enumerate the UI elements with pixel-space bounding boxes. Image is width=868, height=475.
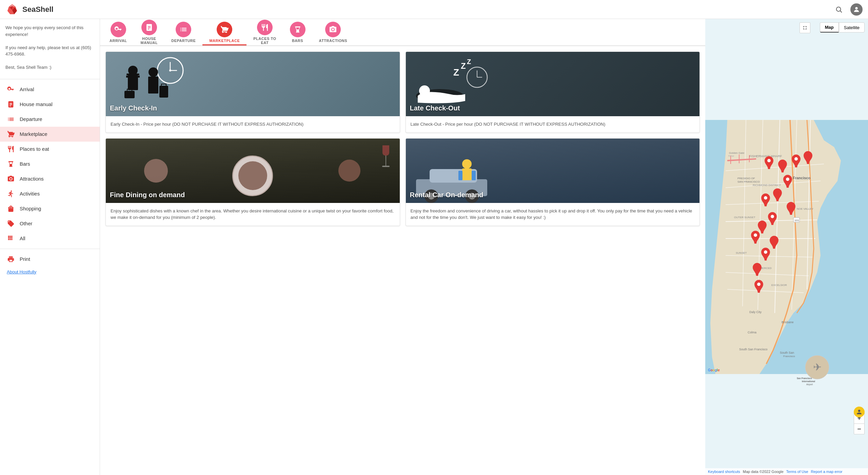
svg-text:South San: South San: [780, 351, 794, 354]
header-icons: [833, 3, 863, 16]
svg-text:San Francisco: San Francisco: [797, 377, 812, 379]
tab-label-departure: DEPARTURE: [171, 39, 196, 43]
sidebar-label-print: Print: [20, 256, 30, 262]
card-rental-car-body: Enjoy the freedom and convenience of dri…: [406, 203, 700, 226]
svg-point-8: [855, 7, 857, 9]
svg-text:Golden Gate: Golden Gate: [729, 151, 745, 154]
svg-text:✈: ✈: [813, 362, 822, 373]
fork-icon: [7, 145, 15, 153]
app-title: SeaShell: [22, 5, 54, 14]
sidebar-item-all[interactable]: All: [0, 231, 100, 246]
card-rental-car[interactable]: Rental Car On-demand Enjoy the freedom a…: [406, 138, 700, 226]
svg-text:Z: Z: [461, 61, 466, 70]
map-svg: FISHERMAN'S WHARF RICHMOND DISTRICT OUTE…: [705, 19, 868, 475]
sidebar-item-attractions[interactable]: Attractions: [0, 171, 100, 186]
sidebar-label-departure: Departure: [20, 116, 42, 122]
tab-bars[interactable]: BARS: [283, 19, 312, 45]
svg-text:Brisbane: Brisbane: [782, 321, 794, 324]
activity-icon: [7, 190, 15, 198]
sidebar-item-bars[interactable]: Bars: [0, 157, 100, 171]
sidebar-nav: Arrival House manual Departure Marketpla…: [0, 82, 100, 267]
svg-text:Z: Z: [453, 67, 459, 78]
tag-icon: [7, 220, 15, 228]
tab-label-bars: BARS: [292, 39, 303, 43]
svg-rect-15: [126, 76, 140, 78]
about-hostfully-link[interactable]: About Hostfully: [0, 267, 100, 277]
search-icon: [835, 6, 843, 13]
map-button-satellite[interactable]: Satellite: [839, 22, 865, 33]
sidebar-item-places-to-eat[interactable]: Places to eat: [0, 142, 100, 157]
user-avatar[interactable]: [850, 3, 863, 16]
svg-text:International: International: [802, 380, 815, 383]
svg-text:Daly City: Daly City: [749, 310, 762, 314]
terms-of-use-link[interactable]: Terms of Use: [786, 470, 808, 474]
svg-text:South San Francisco: South San Francisco: [739, 348, 768, 351]
svg-text:Francisco: Francisco: [783, 355, 795, 358]
sidebar-item-activities[interactable]: Activities: [0, 186, 100, 201]
map-data-label: Map data ©2022 Google: [743, 470, 784, 474]
svg-text:FISHERMAN'S WHARF: FISHERMAN'S WHARF: [749, 154, 782, 158]
tab-attractions[interactable]: ATTRACTIONS: [312, 19, 354, 45]
card-early-checkin-title: Early Check-In: [110, 104, 157, 112]
card-early-checkin-desc: Early Check-In - Price per hour (DO NOT …: [111, 121, 395, 128]
tab-label-attractions: ATTRACTIONS: [319, 39, 348, 43]
sidebar-intro: We hope you enjoy every second of this e…: [0, 24, 100, 76]
app-header: SeaShell: [0, 0, 868, 19]
svg-rect-20: [148, 77, 158, 94]
tab-marketplace[interactable]: MARKETPLACE: [202, 19, 246, 45]
sidebar: We hope you enjoy every second of this e…: [0, 19, 100, 475]
list-icon: [7, 115, 15, 123]
book-icon: [7, 100, 15, 108]
svg-text:Colma: Colma: [748, 331, 756, 334]
card-fine-dining-body: Enjoy sophisticated dishes with a known …: [106, 203, 400, 226]
svg-rect-40: [472, 171, 476, 180]
sidebar-item-house-manual[interactable]: House manual: [0, 97, 100, 112]
avatar-icon: [853, 6, 860, 13]
svg-point-78: [794, 157, 798, 161]
card-early-checkin-image: Early Check-In: [106, 52, 400, 116]
shopping-icon: [7, 205, 15, 213]
card-late-checkout-image: Z Z Z Late Check-Out: [406, 52, 700, 116]
key-icon: [7, 85, 15, 94]
sidebar-item-shopping[interactable]: Shopping: [0, 201, 100, 216]
sidebar-item-other[interactable]: Other: [0, 216, 100, 231]
svg-text:Bridge: Bridge: [728, 155, 734, 157]
svg-text:SUNSET: SUNSET: [736, 251, 747, 254]
svg-point-80: [764, 196, 767, 200]
keyboard-shortcuts[interactable]: Keyboard shortcuts: [708, 470, 740, 474]
card-early-checkin[interactable]: Early Check-In Early Check-In - Price pe…: [105, 51, 400, 133]
svg-text:PRESIDIO OF: PRESIDIO OF: [737, 177, 755, 180]
svg-point-83: [764, 250, 767, 254]
svg-text:Z: Z: [467, 58, 471, 65]
sidebar-item-print[interactable]: Print: [0, 252, 100, 267]
sidebar-label-all: All: [20, 235, 25, 241]
tab-departure[interactable]: DEPARTURE: [164, 19, 202, 45]
main-layout: We hope you enjoy every second of this e…: [0, 19, 868, 475]
tab-arrival[interactable]: ARRIVAL: [103, 19, 134, 45]
map-type-controls: Map Satellite: [820, 22, 865, 33]
card-fine-dining[interactable]: Fine Dining on demand Enjoy sophisticate…: [105, 138, 400, 226]
report-map-error-link[interactable]: Report a map error: [811, 470, 843, 474]
search-button[interactable]: [833, 3, 845, 16]
svg-rect-39: [458, 171, 462, 180]
svg-point-81: [771, 215, 774, 218]
svg-text:EXCELSIOR: EXCELSIOR: [771, 284, 787, 287]
pegman[interactable]: [854, 407, 865, 417]
tab-places-to-eat[interactable]: PLACES TOEAT: [246, 19, 283, 45]
card-rental-car-image: Rental Car On-demand: [406, 139, 700, 203]
map-button-map[interactable]: Map: [820, 22, 839, 33]
cards-container: Early Check-In Early Check-In - Price pe…: [100, 46, 705, 475]
card-late-checkout[interactable]: Z Z Z Late Check-Out La: [406, 51, 700, 133]
map-footer: Keyboard shortcuts Map data ©2022 Google…: [705, 468, 868, 475]
sidebar-item-departure[interactable]: Departure: [0, 112, 100, 127]
fullscreen-button[interactable]: [800, 22, 810, 33]
sidebar-item-marketplace[interactable]: Marketplace: [0, 127, 100, 142]
zoom-out-button[interactable]: −: [854, 424, 865, 434]
svg-text:Airport: Airport: [806, 383, 813, 386]
tab-house-manual[interactable]: HOUSEMANUAL: [134, 19, 165, 45]
sidebar-item-arrival[interactable]: Arrival: [0, 82, 100, 97]
svg-rect-17: [124, 91, 135, 98]
svg-text:NOE VALLEY: NOE VALLEY: [797, 207, 814, 210]
logo-icon: [5, 3, 19, 16]
sidebar-label-shopping: Shopping: [20, 206, 41, 211]
